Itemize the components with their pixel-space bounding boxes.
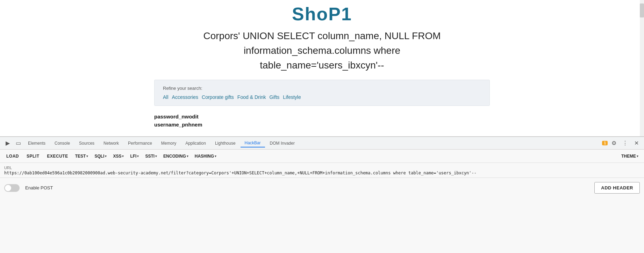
- scrollbar-thumb[interactable]: [640, 3, 644, 17]
- hackbar-ssti-label: SSTI: [145, 154, 155, 159]
- settings-icon[interactable]: ⚙: [609, 138, 619, 148]
- xss-chevron-down-icon: ▾: [122, 154, 124, 158]
- hackbar-lfi-label: LFI: [130, 154, 136, 159]
- hackbar-hashing-label: HASHING: [195, 154, 214, 159]
- devtools-tabs-right: 1 ⚙ ⋮ ✕: [602, 138, 641, 148]
- tab-elements[interactable]: Elements: [24, 139, 50, 147]
- shop-logo: ShoP1: [292, 3, 352, 24]
- devtools-panel: ▶ ▭ Elements Console Sources Network Per…: [0, 136, 644, 253]
- close-devtools-icon[interactable]: ✕: [631, 138, 641, 148]
- hackbar-sqli-label: SQLI: [94, 154, 104, 159]
- toggle-slider: [4, 184, 20, 192]
- tab-application[interactable]: Application: [181, 139, 210, 147]
- hackbar-toolbar: LOAD SPLIT EXECUTE TEST ▾ SQLI ▾ XSS ▾ L…: [0, 150, 644, 163]
- category-lifestyle[interactable]: Lifestyle: [283, 94, 301, 100]
- theme-chevron-down-icon: ▾: [637, 154, 638, 158]
- dom-invader-badge: 1: [602, 141, 608, 145]
- ssti-chevron-down-icon: ▾: [155, 154, 157, 158]
- inspect-element-icon[interactable]: ▶: [3, 138, 13, 148]
- hashing-chevron-down-icon: ▾: [215, 154, 216, 158]
- category-food-drink[interactable]: Food & Drink: [237, 94, 266, 100]
- enable-post-toggle[interactable]: [4, 184, 20, 192]
- devtools-tab-bar: ▶ ▭ Elements Console Sources Network Per…: [0, 137, 644, 150]
- url-section: URL https://0ab100ed04e596a1c0b209820009…: [0, 163, 644, 178]
- tab-network[interactable]: Network: [99, 139, 123, 147]
- encoding-chevron-down-icon: ▾: [187, 154, 188, 158]
- more-options-icon[interactable]: ⋮: [620, 138, 630, 148]
- hackbar-xss-dropdown[interactable]: XSS ▾: [111, 152, 126, 160]
- sql-line2: information_schema.columns where: [244, 45, 400, 56]
- hackbar-encoding-dropdown[interactable]: ENCODING ▾: [161, 152, 191, 160]
- url-label: URL: [4, 166, 640, 170]
- hackbar-hashing-dropdown[interactable]: HASHING ▾: [193, 152, 219, 160]
- device-toolbar-icon[interactable]: ▭: [13, 138, 23, 148]
- tab-performance[interactable]: Performance: [124, 139, 156, 147]
- hackbar-test-dropdown[interactable]: TEST ▾: [73, 152, 91, 160]
- add-header-button[interactable]: ADD HEADER: [594, 182, 640, 194]
- category-links: All Accessories Corporate gifts Food & D…: [163, 94, 481, 100]
- category-all[interactable]: All: [163, 94, 169, 100]
- refine-label: Refine your search:: [163, 86, 481, 91]
- main-page: ShoP1 Corpors' UNION SELECT column_name,…: [0, 0, 644, 136]
- tab-console[interactable]: Console: [50, 139, 74, 147]
- hackbar-xss-label: XSS: [113, 154, 121, 159]
- sql-line1: Corpors' UNION SELECT column_name, NULL …: [203, 30, 441, 41]
- tab-memory[interactable]: Memory: [157, 139, 180, 147]
- hackbar-test-label: TEST: [75, 154, 86, 159]
- sql-line3: table_name='users_ibxcyn'--: [260, 60, 384, 71]
- hackbar-theme-label: THEME: [621, 154, 636, 159]
- lfi-chevron-down-icon: ▾: [137, 154, 139, 158]
- tab-sources[interactable]: Sources: [75, 139, 99, 147]
- tab-hackbar[interactable]: HackBar: [241, 139, 265, 147]
- url-value[interactable]: https://0ab100ed04e596a1c0b20982000900ad…: [4, 171, 640, 175]
- hackbar-ssti-dropdown[interactable]: SSTI ▾: [143, 152, 159, 160]
- category-accessories[interactable]: Accessories: [172, 94, 198, 100]
- hackbar-lfi-dropdown[interactable]: LFI ▾: [128, 152, 141, 160]
- sqli-chevron-down-icon: ▾: [105, 154, 107, 158]
- hackbar-encoding-label: ENCODING: [163, 154, 186, 159]
- hackbar-load-btn[interactable]: LOAD: [3, 152, 22, 160]
- scrollbar[interactable]: [640, 0, 644, 136]
- enable-post-label: Enable POST: [25, 185, 53, 190]
- search-refine-box: Refine your search: All Accessories Corp…: [154, 80, 490, 106]
- result-username: username_pnhnem: [154, 122, 490, 128]
- category-corporate-gifts[interactable]: Corporate gifts: [202, 94, 234, 100]
- post-section: Enable POST ADD HEADER: [0, 178, 644, 198]
- hackbar-execute-btn[interactable]: EXECUTE: [44, 152, 71, 160]
- hackbar-split-btn[interactable]: SPLIT: [24, 152, 42, 160]
- category-gifts[interactable]: Gifts: [270, 94, 280, 100]
- hackbar-theme-dropdown[interactable]: THEME ▾: [619, 152, 641, 160]
- tab-lighthouse[interactable]: Lighthouse: [211, 139, 240, 147]
- results-section: password_nwodit username_pnhnem: [154, 114, 490, 130]
- sql-injection-text: Corpors' UNION SELECT column_name, NULL …: [203, 29, 441, 73]
- hackbar-sqli-dropdown[interactable]: SQLI ▾: [92, 152, 109, 160]
- tab-dom-invader[interactable]: DOM Invader: [266, 139, 299, 147]
- result-password: password_nwodit: [154, 114, 490, 120]
- test-chevron-down-icon: ▾: [86, 154, 88, 158]
